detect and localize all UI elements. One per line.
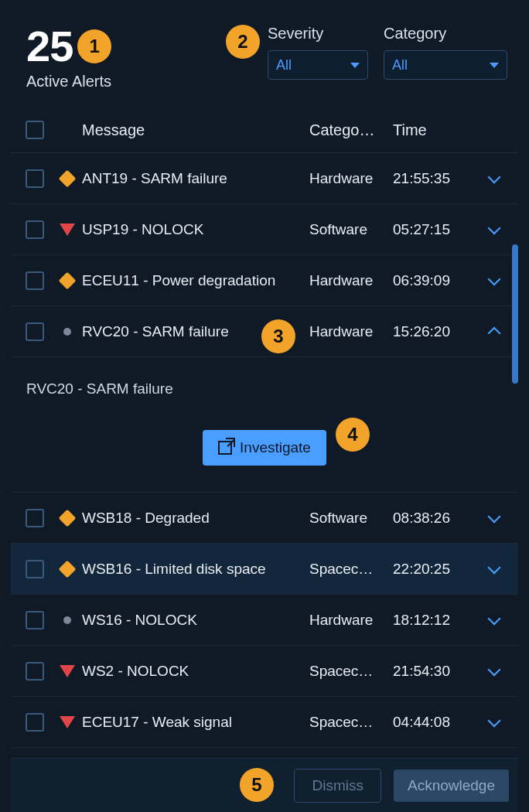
alert-category: Software (309, 510, 393, 527)
expand-toggle[interactable] (488, 326, 501, 339)
alert-time: 15:26:20 (393, 323, 480, 340)
table-row[interactable]: WSB16 - Limited disk spaceSpacec…22:20:2… (11, 544, 518, 595)
caution-icon (59, 560, 77, 578)
table-row[interactable]: WSB18 - DegradedSoftware08:38:26 (11, 493, 518, 544)
active-alerts-summary: 25 1 Active Alerts (26, 25, 111, 90)
alert-category: Spacec… (309, 561, 393, 578)
external-link-icon (218, 441, 232, 455)
row-checkbox[interactable] (26, 322, 44, 341)
dismiss-button[interactable]: Dismiss (294, 769, 381, 803)
alert-time: 18:12:12 (393, 612, 480, 629)
caution-icon (59, 509, 77, 527)
alert-time: 22:20:25 (393, 561, 480, 578)
table-row[interactable]: WS2 - NOLOCKSpacec…21:54:30 (11, 646, 518, 697)
row-checkbox[interactable] (26, 560, 44, 578)
category-filter-select[interactable]: All (384, 50, 507, 80)
row-checkbox[interactable] (26, 220, 44, 239)
scrollbar-thumb[interactable] (512, 244, 518, 384)
investigate-button[interactable]: Investigate (203, 430, 326, 466)
investigate-label: Investigate (240, 439, 311, 456)
table-row[interactable]: USP19 - NOLOCKSoftware05:27:15 (11, 204, 518, 255)
critical-icon (60, 223, 75, 236)
select-all-checkbox[interactable] (26, 121, 44, 139)
expand-toggle[interactable] (488, 510, 501, 523)
row-checkbox[interactable] (26, 713, 44, 732)
caution-icon (59, 169, 77, 187)
table-row[interactable]: WS16 - NOLOCKHardware18:12:12 (11, 595, 518, 646)
row-checkbox[interactable] (26, 509, 44, 527)
alert-time: 21:54:30 (393, 663, 480, 680)
severity-filter-label: Severity (268, 25, 368, 43)
caution-icon (59, 271, 77, 289)
alert-time: 04:44:08 (393, 714, 480, 731)
alert-message: USP19 - NOLOCK (82, 220, 309, 240)
detail-title: RVC20 - SARM failure (26, 380, 173, 397)
active-alerts-label: Active Alerts (26, 73, 111, 90)
row-checkbox[interactable] (26, 611, 44, 629)
alert-category: Hardware (309, 323, 393, 340)
critical-icon (60, 665, 75, 677)
expand-toggle[interactable] (488, 612, 501, 625)
alert-message: WSB16 - Limited disk space (82, 559, 309, 579)
column-header-category[interactable]: Catego… (309, 121, 393, 139)
alert-category: Spacec… (309, 663, 393, 680)
alert-message: WS2 - NOLOCK (82, 661, 309, 681)
severity-filter-select[interactable]: All (268, 50, 368, 80)
standby-icon (63, 616, 71, 624)
severity-filter-value: All (276, 57, 292, 73)
alert-message: ECEU11 - Power degradation (82, 271, 309, 291)
alerts-table-body: ANT19 - SARM failureHardware21:55:35USP1… (11, 152, 518, 758)
alert-category: Spacec… (309, 714, 393, 731)
expand-toggle[interactable] (488, 272, 501, 285)
alert-time: 08:38:26 (393, 510, 480, 527)
category-filter-value: All (392, 57, 408, 73)
alert-time: 21:55:35 (393, 170, 480, 187)
expand-toggle[interactable] (488, 221, 501, 234)
column-header-time[interactable]: Time (393, 121, 480, 139)
chevron-down-icon (490, 63, 499, 68)
expand-toggle[interactable] (488, 663, 501, 676)
table-row[interactable]: ECEU17 - Weak signalSpacec…04:44:08 (11, 697, 518, 748)
annotation-badge-2: 2 (226, 25, 260, 59)
row-checkbox[interactable] (26, 169, 44, 188)
annotation-badge-5: 5 (240, 768, 274, 802)
active-alerts-count: 25 (26, 25, 73, 68)
alert-time: 06:39:09 (393, 272, 480, 289)
chevron-down-icon (350, 63, 360, 68)
table-row[interactable]: RVC20 - SARM failureHardware15:26:20 (11, 306, 518, 357)
acknowledge-button[interactable]: Acknowledge (394, 769, 509, 802)
row-detail-panel: RVC20 - SARM failureInvestigate (11, 357, 518, 493)
annotation-badge-1: 1 (77, 29, 111, 63)
category-filter-label: Category (384, 25, 507, 43)
expand-toggle[interactable] (488, 561, 501, 574)
table-header: Message Catego… Time (11, 107, 518, 152)
table-row[interactable]: ECEU11 - Power degradationHardware06:39:… (11, 255, 518, 306)
standby-icon (63, 328, 71, 336)
alert-message: WS16 - NOLOCK (82, 610, 309, 630)
alert-category: Hardware (309, 272, 393, 289)
alert-time: 05:27:15 (393, 221, 480, 238)
alert-message: ECEU17 - Weak signal (82, 712, 309, 732)
column-header-message[interactable]: Message (82, 121, 309, 139)
alert-category: Hardware (309, 612, 393, 629)
row-checkbox[interactable] (26, 271, 44, 290)
alert-category: Hardware (309, 170, 393, 187)
expand-toggle[interactable] (488, 170, 501, 183)
alert-message: RVC20 - SARM failure (82, 322, 309, 342)
alert-category: Software (309, 221, 393, 238)
alert-message: WSB18 - Degraded (82, 508, 309, 528)
critical-icon (60, 716, 75, 728)
table-row[interactable]: ANT19 - SARM failureHardware21:55:35 (11, 153, 518, 204)
expand-toggle[interactable] (488, 714, 501, 727)
alert-message: ANT19 - SARM failure (82, 169, 309, 189)
row-checkbox[interactable] (26, 662, 44, 681)
